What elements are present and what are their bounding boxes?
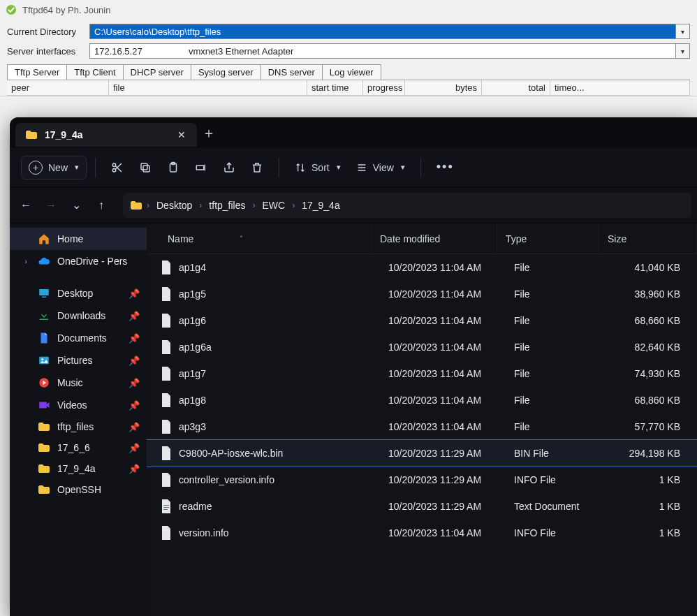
sidebar-item-downloads[interactable]: Downloads📌 (10, 305, 147, 327)
separator (279, 158, 279, 177)
svg-rect-3 (143, 166, 149, 172)
sidebar-item-pictures[interactable]: Pictures📌 (10, 349, 147, 372)
pin-icon: 📌 (129, 464, 140, 474)
chevron-right-icon: › (147, 200, 149, 210)
copy-icon (139, 161, 152, 174)
delete-button[interactable] (244, 156, 270, 179)
sidebar-item-desktop[interactable]: Desktop📌 (10, 282, 147, 305)
col-bytes[interactable]: bytes (405, 80, 482, 96)
nav-back[interactable]: ← (15, 195, 36, 216)
tab-dhcp-server[interactable]: DHCP server (123, 64, 191, 80)
tab-log-viewer[interactable]: Log viewer (322, 64, 381, 80)
table-row[interactable]: ap3g310/20/2023 11:04 AMFile57,770 KB (147, 413, 697, 440)
sidebar-item-label: Documents (57, 332, 107, 344)
file-name: version.info (179, 527, 229, 538)
nav-forward[interactable]: → (41, 195, 61, 216)
bc-tftp-files[interactable]: tftp_files (206, 197, 248, 214)
pin-icon: 📌 (129, 355, 140, 366)
col-size[interactable]: Size (599, 223, 697, 254)
current-directory-combo[interactable]: C:\Users\calo\Desktop\tftp_files ▾ (89, 24, 690, 39)
paste-button[interactable] (160, 156, 186, 179)
table-row[interactable]: readme10/20/2023 11:29 AMText Document1 … (147, 493, 697, 520)
table-row[interactable]: ap1g410/20/2023 11:04 AMFile41,040 KB (147, 254, 697, 281)
new-button-label: New (48, 162, 68, 173)
folder-icon (38, 443, 50, 453)
new-button[interactable]: + New ▾ (21, 156, 87, 179)
nav-recent[interactable]: ⌄ (66, 195, 87, 216)
table-row[interactable]: ap1g810/20/2023 11:04 AMFile68,860 KB (147, 387, 697, 413)
current-directory-value[interactable]: C:\Users\calo\Desktop\tftp_files (90, 24, 675, 38)
bc-17-9-4a[interactable]: 17_9_4a (299, 197, 343, 214)
col-name[interactable]: Name˄ (147, 223, 372, 254)
col-peer[interactable]: peer (7, 80, 109, 96)
col-type[interactable]: Type (497, 223, 599, 254)
server-interfaces-combo[interactable]: 172.16.5.27 vmxnet3 Ethernet Adapter ▾ (89, 43, 690, 59)
sidebar-item-documents[interactable]: Documents📌 (10, 327, 147, 349)
sort-button[interactable]: Sort ▾ (288, 158, 348, 177)
tftp-grid-header: peer file start time progress bytes tota… (7, 80, 690, 96)
file-type: File (506, 368, 608, 379)
table-row[interactable]: ap1g610/20/2023 11:04 AMFile68,660 KB (147, 307, 697, 334)
breadcrumb[interactable]: › Desktop › tftp_files › EWC › 17_9_4a (123, 193, 691, 218)
sidebar-item-music[interactable]: Music📌 (10, 372, 147, 394)
sidebar-item-17-6-6[interactable]: 17_6_6📌 (10, 437, 147, 458)
file-date: 10/20/2023 11:04 AM (380, 527, 506, 538)
table-row[interactable]: ap1g510/20/2023 11:04 AMFile38,960 KB (147, 281, 697, 307)
sidebar-item-tftp-files[interactable]: tftp_files📌 (10, 416, 147, 437)
clipboard-icon (167, 161, 179, 174)
cut-button[interactable] (104, 156, 131, 179)
table-row[interactable]: ap1g6a10/20/2023 11:04 AMFile82,640 KB (147, 334, 697, 360)
file-name: ap1g5 (179, 288, 206, 300)
file-size: 57,770 KB (608, 421, 697, 432)
share-button[interactable] (216, 156, 242, 179)
sort-button-label: Sort (311, 162, 330, 173)
nav-up[interactable]: ↑ (91, 195, 112, 216)
tab-dns-server[interactable]: DNS server (261, 64, 323, 80)
view-button[interactable]: View ▾ (349, 158, 412, 177)
sidebar-item-home[interactable]: Home (10, 228, 147, 250)
table-row[interactable]: version.info10/20/2023 11:04 AMINFO File… (147, 520, 697, 546)
more-button[interactable]: ••• (430, 154, 461, 180)
copy-button[interactable] (132, 156, 159, 179)
rename-button[interactable] (188, 156, 214, 179)
col-date-modified[interactable]: Date modified (372, 223, 497, 254)
table-row[interactable]: C9800-AP-iosxe-wlc.bin10/20/2023 11:29 A… (147, 440, 697, 467)
tab-syslog-server[interactable]: Syslog server (191, 64, 261, 80)
file-type: File (506, 315, 608, 326)
tftp-form: Current Directory C:\Users\calo\Desktop\… (0, 20, 697, 64)
col-timeo[interactable]: timeo... (550, 80, 690, 96)
tab-tftp-client[interactable]: Tftp Client (66, 64, 123, 80)
close-tab-icon[interactable]: ✕ (173, 126, 190, 143)
sidebar-item-videos[interactable]: Videos📌 (10, 394, 147, 416)
dropdown-arrow-icon[interactable]: ▾ (675, 44, 689, 58)
chevron-right-icon: › (21, 257, 31, 265)
col-total[interactable]: total (482, 80, 550, 96)
tab-tftp-server[interactable]: Tftp Server (7, 64, 67, 80)
share-icon (223, 161, 235, 174)
file-date: 10/20/2023 11:04 AM (380, 421, 506, 432)
current-directory-label: Current Directory (7, 27, 82, 37)
pin-icon: 📌 (129, 422, 140, 432)
col-start-time[interactable]: start time (307, 80, 363, 96)
bc-ewc[interactable]: EWC (260, 197, 288, 214)
chevron-right-icon: › (253, 200, 256, 210)
new-tab-button[interactable]: ＋ (197, 124, 221, 142)
rename-icon (195, 161, 207, 174)
explorer-tab[interactable]: 17_9_4a ✕ (15, 123, 197, 147)
col-file[interactable]: file (109, 80, 307, 96)
dropdown-arrow-icon[interactable]: ▾ (675, 24, 689, 38)
svg-rect-13 (39, 402, 47, 409)
server-interface-desc: vmxnet3 Ethernet Adapter (189, 46, 293, 57)
file-date: 10/20/2023 11:29 AM (380, 448, 506, 459)
sidebar-item-openssh[interactable]: OpenSSH (10, 479, 147, 500)
sidebar-item-onedrive[interactable]: › OneDrive - Pers (10, 250, 147, 272)
pin-icon: 📌 (129, 288, 140, 299)
table-row[interactable]: controller_version.info10/20/2023 11:29 … (147, 467, 697, 493)
cloud-icon (38, 255, 50, 267)
pin-icon: 📌 (129, 400, 140, 411)
table-row[interactable]: ap1g710/20/2023 11:04 AMFile74,930 KB (147, 360, 697, 387)
bc-desktop[interactable]: Desktop (154, 197, 195, 214)
file-list[interactable]: ap1g410/20/2023 11:04 AMFile41,040 KBap1… (147, 254, 697, 616)
sidebar-item-17-9-4a[interactable]: 17_9_4a📌 (10, 458, 147, 479)
col-progress[interactable]: progress (363, 80, 405, 96)
